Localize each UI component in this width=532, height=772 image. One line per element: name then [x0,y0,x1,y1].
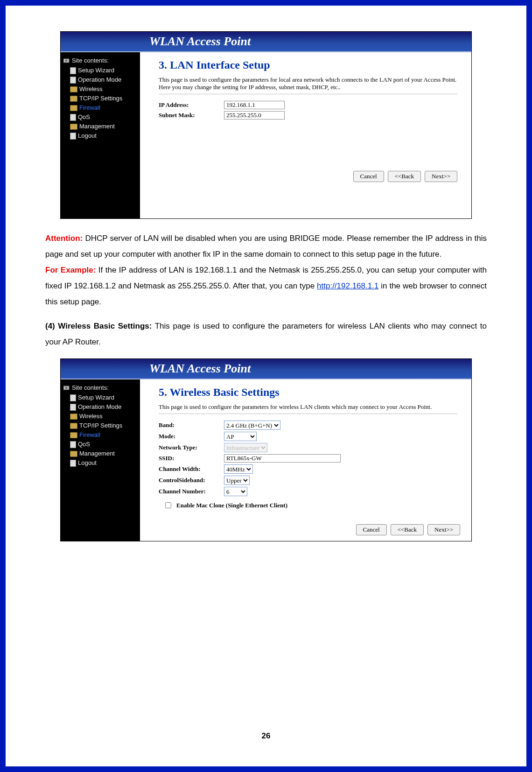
mode-select[interactable]: AP [224,432,257,441]
folder-icon [70,451,77,457]
sidebar-item-tcpip[interactable]: TCP/IP Settings [70,94,137,103]
section4-label: (4) Wireless Basic Settings: [45,322,152,330]
sidebar-item-management[interactable]: Management [70,122,137,131]
svg-rect-1 [65,60,67,62]
attention-label: Attention: [45,234,83,243]
folder-icon [70,423,77,429]
sidebar-item-qos[interactable]: QoS [70,112,137,122]
channel-number-label: Channel Number: [159,488,224,495]
network-type-label: Network Type: [159,444,224,451]
ap-title-bar: WLAN Access Point [61,359,471,379]
wireless-description: This page is used to configure the param… [159,403,457,411]
sidebar-item-setup-wizard[interactable]: Setup Wizard [70,66,137,75]
sidebar-label: Firewall [79,103,100,112]
ssid-input[interactable] [224,454,341,463]
sidebar-item-wireless[interactable]: Wireless [70,412,137,421]
subnet-mask-label: Subnet Mask: [159,112,224,119]
tree-root-icon [63,385,70,391]
separator [159,94,457,94]
ip-address-label: IP Address: [159,101,224,109]
channel-width-select[interactable]: 40MHz [224,464,253,474]
band-select[interactable]: 2.4 GHz (B+G+N) [224,421,280,430]
sidebar-label: Setup Wizard [78,393,114,402]
sidebar-root-label: Site contents: [72,384,109,391]
folder-icon [70,432,77,438]
sidebar-item-management[interactable]: Management [70,449,137,458]
cancel-button[interactable]: Cancel [353,171,384,182]
sidebar-label: Logout [78,458,97,468]
sidebar-label: Management [79,449,115,458]
sidebar-item-wireless[interactable]: Wireless [70,84,137,94]
mode-label: Mode: [159,433,224,440]
network-type-select: Infrastructure [224,443,267,452]
sidebar: Site contents: Setup Wizard Operation Mo… [61,52,140,218]
ap-title-bar: WLAN Access Point [61,32,471,52]
wireless-settings-screenshot: WLAN Access Point Site contents: Setup W… [60,358,472,541]
lan-section-title: 3. LAN Interface Setup [159,59,460,71]
sidebar-item-operation-mode[interactable]: Operation Mode [70,75,137,84]
sidebar: Site contents: Setup Wizard Operation Mo… [61,379,140,541]
band-label: Band: [159,421,224,429]
ssid-label: SSID: [159,455,224,462]
channel-number-select[interactable]: 6 [224,487,247,496]
sidebar-label: Logout [78,131,97,140]
attention-text: DHCP server of LAN will be disabled when… [45,234,487,259]
separator [159,414,457,414]
sidebar-label: Firewall [79,430,100,440]
sidebar-label: QoS [78,112,90,122]
sidebar-item-logout[interactable]: Logout [70,458,137,468]
document-icon [70,114,76,121]
document-icon [70,460,76,467]
mac-clone-label: Enable Mac Clone (Single Ethernet Client… [176,502,287,509]
document-icon [70,394,76,401]
sidebar-label: TCP/IP Settings [79,421,122,430]
sidebar-item-firewall[interactable]: Firewall [70,103,137,112]
ip-address-input[interactable] [224,101,285,109]
sidebar-item-tcpip[interactable]: TCP/IP Settings [70,421,137,430]
sidebar-item-operation-mode[interactable]: Operation Mode [70,402,137,412]
section4-paragraph: (4) Wireless Basic Settings: This page i… [45,318,487,350]
sidebar-item-firewall[interactable]: Firewall [70,430,137,440]
channel-width-label: Channel Width: [159,465,224,473]
control-sideband-select[interactable]: Upper [224,476,250,485]
document-icon [70,404,76,411]
subnet-mask-input[interactable] [224,111,285,119]
example-link[interactable]: http://192.168.1.1 [317,281,378,290]
sidebar-item-qos[interactable]: QoS [70,440,137,449]
example-label: For Example: [45,266,96,274]
sidebar-item-setup-wizard[interactable]: Setup Wizard [70,393,137,402]
attention-paragraph: Attention: DHCP server of LAN will be di… [45,231,487,310]
next-button[interactable]: Next>> [427,524,460,535]
document-icon [70,133,76,140]
sidebar-label: Wireless [79,412,103,421]
lan-setup-screenshot: WLAN Access Point Site contents: Setup W… [60,31,472,219]
sidebar-label: Wireless [79,84,103,94]
sidebar-label: Management [79,122,115,131]
document-icon [70,441,76,448]
wireless-section-title: 5. Wireless Basic Settings [159,386,460,399]
page-number: 26 [6,731,526,741]
svg-rect-3 [65,387,67,389]
document-icon [70,77,76,84]
next-button[interactable]: Next>> [425,171,457,182]
control-sideband-label: ControlSideband: [159,477,224,484]
folder-icon [70,124,77,130]
sidebar-label: Setup Wizard [78,66,114,75]
sidebar-label: TCP/IP Settings [79,94,122,103]
lan-description: This page is used to configure the param… [159,76,457,91]
sidebar-label: Operation Mode [78,75,121,84]
document-icon [70,67,76,74]
back-button[interactable]: <<Back [388,171,421,182]
folder-icon [70,86,77,92]
folder-icon [70,414,77,420]
back-button[interactable]: <<Back [391,524,424,535]
mac-clone-checkbox[interactable] [165,502,171,508]
sidebar-label: QoS [78,440,90,449]
sidebar-root-label: Site contents: [72,57,109,64]
folder-icon [70,96,77,102]
sidebar-label: Operation Mode [78,402,121,412]
sidebar-item-logout[interactable]: Logout [70,131,137,140]
tree-root-icon [63,58,70,63]
cancel-button[interactable]: Cancel [356,524,387,535]
folder-icon [70,105,77,111]
